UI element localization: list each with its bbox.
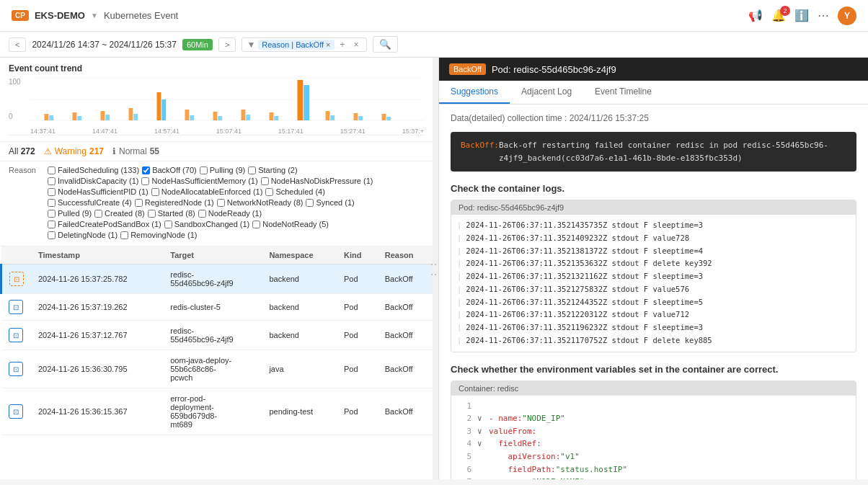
log-line: 2024-11-26T06:37:11.3521220312Z stdout F… <box>457 308 850 321</box>
table-row[interactable]: ⊡ 2024-11-26 15:36:30.795 oom-java-deplo… <box>1 350 433 388</box>
filter-failedscheduling[interactable]: FailedScheduling (133) <box>48 166 139 174</box>
chart-y-min: 0 <box>9 112 21 120</box>
resize-handle[interactable]: ⋮⋮ <box>433 58 438 479</box>
filter-nodeready[interactable]: NodeReady (1) <box>198 209 262 218</box>
svg-rect-27 <box>382 114 386 120</box>
filter-failedcreatepodsandbox[interactable]: FailedCreatePodSandBox (1) <box>48 220 161 228</box>
tab-suggestions[interactable]: Suggestions <box>439 81 510 104</box>
filter-nodenotready[interactable]: NodeNotReady (5) <box>252 220 329 228</box>
filter-nodeallocatable-checkbox[interactable] <box>151 188 159 196</box>
row-icon-cell: ⊡ <box>1 264 32 294</box>
app-logo: CP <box>12 10 29 21</box>
more-icon[interactable]: ⋯ <box>818 9 829 22</box>
filter-pulling-checkbox[interactable] <box>200 166 208 174</box>
filter-tag[interactable]: Reason | BackOff × <box>258 40 334 50</box>
tab-adjacent-log[interactable]: Adjacent Log <box>510 81 583 104</box>
bell-icon[interactable]: 🔔 2 <box>771 9 786 22</box>
table-header-row: Timestamp Target Namespace Kind Reason <box>1 246 433 264</box>
filter-removingnode[interactable]: RemovingNode (1) <box>120 231 197 239</box>
filter-synced-checkbox[interactable] <box>306 199 314 207</box>
megaphone-icon[interactable]: 📢 <box>748 9 763 22</box>
log-lines: 2024-11-26T06:37:11.3521435735Z stdout F… <box>451 215 856 352</box>
filter-failedscheduling-checkbox[interactable] <box>48 166 56 174</box>
chevron-down-icon[interactable]: ∨ <box>477 425 486 438</box>
filter-networknotready[interactable]: NetworkNotReady (8) <box>217 198 304 207</box>
row-kind: Pod <box>337 294 378 321</box>
svg-rect-4 <box>49 115 53 120</box>
table-row[interactable]: ⊡ 2024-11-26 15:37:19.262 redis-cluster-… <box>1 294 433 321</box>
filter-remove-button[interactable]: × <box>326 40 330 49</box>
svg-rect-22 <box>304 85 309 120</box>
filters-section: Reason FailedScheduling (133) BackOff (7… <box>0 161 433 246</box>
user-avatar[interactable]: Y <box>838 6 856 25</box>
info-icon[interactable]: ℹ️ <box>794 9 809 22</box>
filter-nodehasnodiskpressure-checkbox[interactable] <box>261 177 269 185</box>
filter-created-checkbox[interactable] <box>94 210 102 218</box>
line-key: - name: <box>489 412 522 425</box>
prev-time-button[interactable]: < <box>9 37 26 52</box>
code-line-2: 2 ∨ - name: "NODE_IP" <box>451 412 856 425</box>
filter-started-checkbox[interactable] <box>148 210 156 218</box>
row-info-icon: ⊡ <box>9 328 23 342</box>
filter-registerednode[interactable]: RegisteredNode (1) <box>135 198 214 207</box>
filter-nodehassufficientmemory[interactable]: NodeHasSufficientMemory (1) <box>141 177 257 185</box>
filter-starting-checkbox[interactable] <box>248 166 256 174</box>
stats-bar: All 272 ⚠ Warning 217 ℹ Normal 55 <box>0 142 433 161</box>
filter-starting[interactable]: Starting (2) <box>248 166 297 174</box>
filter-failedcreatepodsandbox-checkbox[interactable] <box>48 221 56 228</box>
table-row[interactable]: ⊡ 2024-11-26 15:37:25.782 redisc-55d465b… <box>1 264 433 294</box>
filter-synced[interactable]: Synced (1) <box>306 198 354 207</box>
table-row[interactable]: ⊡ 2024-11-26 15:37:12.767 redisc-55d465b… <box>1 321 433 350</box>
tab-event-timeline[interactable]: Event Timeline <box>583 81 663 104</box>
svg-rect-25 <box>354 113 358 120</box>
line-key: name: <box>489 476 532 479</box>
row-reason: BackOff <box>378 350 433 388</box>
filter-sandboxchanged-checkbox[interactable] <box>164 221 172 228</box>
filter-nodehassufficientmemory-checkbox[interactable] <box>141 177 149 185</box>
svg-rect-20 <box>274 116 278 120</box>
filter-pulled[interactable]: Pulled (9) <box>48 209 92 218</box>
search-button[interactable]: 🔍 <box>373 36 398 53</box>
time-badge: 60Min <box>182 39 213 50</box>
filter-pulled-checkbox[interactable] <box>48 210 56 218</box>
table-row[interactable]: ⊡ 2024-11-26 15:36:15.367 error-pod-depl… <box>1 388 433 435</box>
filter-registerednode-checkbox[interactable] <box>135 199 143 207</box>
filter-scheduled[interactable]: Scheduled (4) <box>265 187 325 196</box>
filter-scheduled-checkbox[interactable] <box>265 188 273 196</box>
filter-invaliddisk[interactable]: InvalidDiskCapacity (1) <box>48 177 138 185</box>
header-arrow-icon: ▼ <box>91 12 98 19</box>
filter-successfulcreate-checkbox[interactable] <box>48 199 56 207</box>
filter-removingnode-checkbox[interactable] <box>120 231 128 239</box>
filter-clear-button[interactable]: × <box>351 40 362 50</box>
filter-pulling[interactable]: Pulling (9) <box>200 166 246 174</box>
filter-created[interactable]: Created (8) <box>94 209 145 218</box>
code-line-6: 6 fieldPath: "status.hostIP" <box>451 463 856 476</box>
filter-deletingnode-checkbox[interactable] <box>48 231 56 239</box>
row-target: redis-cluster-5 <box>163 294 262 321</box>
check-logs-title: Check the container logs. <box>451 183 856 194</box>
next-time-button[interactable]: > <box>218 37 236 52</box>
filter-invaliddisk-checkbox[interactable] <box>48 177 56 185</box>
right-panel-tabs: Suggestions Adjacent Log Event Timeline <box>439 81 868 104</box>
filter-started[interactable]: Started (8) <box>148 209 195 218</box>
row-timestamp: 2024-11-26 15:36:15.367 <box>31 388 163 435</box>
filter-backoff-checkbox[interactable] <box>142 166 150 174</box>
line-val: "NODE_IP" <box>522 412 565 425</box>
filter-nodeallocatable[interactable]: NodeAllocatableEnforced (1) <box>151 187 263 196</box>
filter-nodehassufficientpid[interactable]: NodeHasSufficientPID (1) <box>48 187 149 196</box>
container-label: Container: redisc <box>451 381 856 396</box>
filter-nodehassufficientpid-checkbox[interactable] <box>48 188 56 196</box>
row-namespace: backend <box>262 321 337 350</box>
chevron-down-icon[interactable]: ∨ <box>477 412 486 425</box>
chevron-down-icon[interactable]: ∨ <box>477 437 486 450</box>
filter-successfulcreate[interactable]: SuccessfulCreate (4) <box>48 198 132 207</box>
filter-nodeready-checkbox[interactable] <box>198 210 206 218</box>
filter-networknotready-checkbox[interactable] <box>217 199 225 207</box>
filter-sandboxchanged[interactable]: SandboxChanged (1) <box>164 220 250 228</box>
filter-backoff[interactable]: BackOff (70) <box>142 166 197 174</box>
filter-nodehasnodiskpressure[interactable]: NodeHasNoDiskPressure (1) <box>261 177 373 185</box>
filter-nodenotready-checkbox[interactable] <box>252 221 260 228</box>
filter-deletingnode[interactable]: DeletingNode (1) <box>48 231 118 239</box>
chart-y-max: 100 <box>9 78 21 86</box>
filter-add-button[interactable]: + <box>337 40 348 50</box>
